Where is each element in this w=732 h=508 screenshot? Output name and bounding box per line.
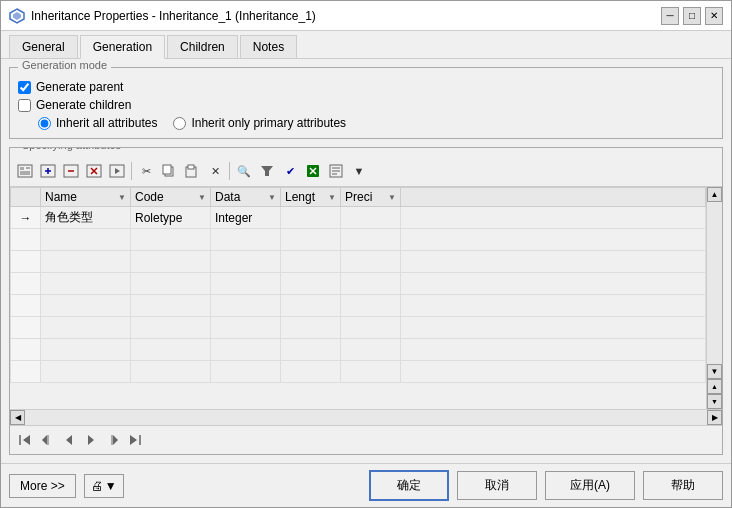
- scroll-down-small[interactable]: ▼: [707, 394, 722, 409]
- horizontal-scrollbar[interactable]: ◀ ▶: [10, 409, 722, 425]
- extra-cell[interactable]: [401, 339, 706, 361]
- preci-cell[interactable]: [341, 339, 401, 361]
- scroll-down-button[interactable]: ▼: [707, 364, 722, 379]
- table-row[interactable]: [11, 295, 706, 317]
- row-marker-cell[interactable]: [11, 339, 41, 361]
- table-row[interactable]: →角色类型RoletypeInteger: [11, 207, 706, 229]
- table-row[interactable]: [11, 229, 706, 251]
- length-cell[interactable]: [281, 273, 341, 295]
- scroll-up-button[interactable]: ▲: [707, 187, 722, 202]
- code-cell[interactable]: [131, 361, 211, 383]
- add-row-button[interactable]: [37, 160, 59, 182]
- extra-cell[interactable]: [401, 229, 706, 251]
- table-row[interactable]: [11, 251, 706, 273]
- code-cell[interactable]: [131, 251, 211, 273]
- cut-button[interactable]: ✂: [135, 160, 157, 182]
- table-row[interactable]: [11, 317, 706, 339]
- confirm-button[interactable]: 确定: [369, 470, 449, 501]
- extra-cell[interactable]: [401, 361, 706, 383]
- name-cell[interactable]: 角色类型: [41, 207, 131, 229]
- data-cell[interactable]: Integer: [211, 207, 281, 229]
- generate-parent-checkbox[interactable]: [18, 81, 31, 94]
- code-cell[interactable]: [131, 295, 211, 317]
- nav-next-group-button[interactable]: [102, 429, 124, 451]
- row-marker-cell[interactable]: [11, 295, 41, 317]
- nav-last-button[interactable]: [124, 429, 146, 451]
- name-cell[interactable]: [41, 361, 131, 383]
- name-cell[interactable]: [41, 251, 131, 273]
- extra-cell[interactable]: [401, 295, 706, 317]
- col-header-data[interactable]: Data ▼: [211, 188, 281, 207]
- minimize-button[interactable]: ─: [661, 7, 679, 25]
- h-scroll-right-button[interactable]: ▶: [707, 410, 722, 425]
- table-row[interactable]: [11, 339, 706, 361]
- name-cell[interactable]: [41, 229, 131, 251]
- row-marker-cell[interactable]: [11, 229, 41, 251]
- vertical-scrollbar[interactable]: ▲ ▼ ▲ ▼: [706, 187, 722, 409]
- length-cell[interactable]: [281, 317, 341, 339]
- clear-button[interactable]: ✕: [204, 160, 226, 182]
- more-action-button[interactable]: [106, 160, 128, 182]
- h-scroll-track[interactable]: [25, 410, 707, 425]
- name-cell[interactable]: [41, 273, 131, 295]
- nav-next-button[interactable]: [80, 429, 102, 451]
- cancel-button[interactable]: 取消: [457, 471, 537, 500]
- col-header-preci[interactable]: Preci ▼: [341, 188, 401, 207]
- row-marker-cell[interactable]: [11, 251, 41, 273]
- more-button[interactable]: More >>: [9, 474, 76, 498]
- nav-prev-group-button[interactable]: [36, 429, 58, 451]
- preci-cell[interactable]: [341, 317, 401, 339]
- scroll-track[interactable]: [707, 202, 722, 364]
- find-button[interactable]: 🔍: [233, 160, 255, 182]
- code-cell[interactable]: Roletype: [131, 207, 211, 229]
- length-cell[interactable]: [281, 339, 341, 361]
- report-button[interactable]: [325, 160, 347, 182]
- properties-button[interactable]: [14, 160, 36, 182]
- extra-cell[interactable]: [401, 317, 706, 339]
- preci-cell[interactable]: [341, 207, 401, 229]
- remove-row-button[interactable]: [60, 160, 82, 182]
- scroll-up-small[interactable]: ▲: [707, 379, 722, 394]
- tab-children[interactable]: Children: [167, 35, 238, 58]
- paste-button[interactable]: [181, 160, 203, 182]
- data-cell[interactable]: [211, 295, 281, 317]
- preci-cell[interactable]: [341, 273, 401, 295]
- data-cell[interactable]: [211, 273, 281, 295]
- more-dropdown-button[interactable]: ▼: [348, 160, 370, 182]
- apply-button[interactable]: 应用(A): [545, 471, 635, 500]
- print-button[interactable]: 🖨 ▼: [84, 474, 124, 498]
- tab-notes[interactable]: Notes: [240, 35, 297, 58]
- table-row[interactable]: [11, 361, 706, 383]
- extra-cell[interactable]: [401, 207, 706, 229]
- preci-cell[interactable]: [341, 295, 401, 317]
- inherit-all-radio[interactable]: [38, 117, 51, 130]
- help-button[interactable]: 帮助: [643, 471, 723, 500]
- excel-button[interactable]: [302, 160, 324, 182]
- length-cell[interactable]: [281, 361, 341, 383]
- row-marker-cell[interactable]: [11, 273, 41, 295]
- filter-button[interactable]: [256, 160, 278, 182]
- copy-button[interactable]: [158, 160, 180, 182]
- code-cell[interactable]: [131, 317, 211, 339]
- table-row[interactable]: [11, 273, 706, 295]
- maximize-button[interactable]: □: [683, 7, 701, 25]
- extra-cell[interactable]: [401, 251, 706, 273]
- data-cell[interactable]: [211, 229, 281, 251]
- col-header-length[interactable]: Lengt ▼: [281, 188, 341, 207]
- tab-general[interactable]: General: [9, 35, 78, 58]
- inherit-primary-radio[interactable]: [173, 117, 186, 130]
- data-cell[interactable]: [211, 361, 281, 383]
- code-cell[interactable]: [131, 229, 211, 251]
- length-cell[interactable]: [281, 229, 341, 251]
- h-scroll-left-button[interactable]: ◀: [10, 410, 25, 425]
- name-cell[interactable]: [41, 317, 131, 339]
- length-cell[interactable]: [281, 251, 341, 273]
- extra-cell[interactable]: [401, 273, 706, 295]
- nav-first-button[interactable]: [14, 429, 36, 451]
- generate-children-checkbox[interactable]: [18, 99, 31, 112]
- row-marker-cell[interactable]: →: [11, 207, 41, 229]
- name-cell[interactable]: [41, 339, 131, 361]
- code-cell[interactable]: [131, 273, 211, 295]
- row-marker-cell[interactable]: [11, 361, 41, 383]
- preci-cell[interactable]: [341, 361, 401, 383]
